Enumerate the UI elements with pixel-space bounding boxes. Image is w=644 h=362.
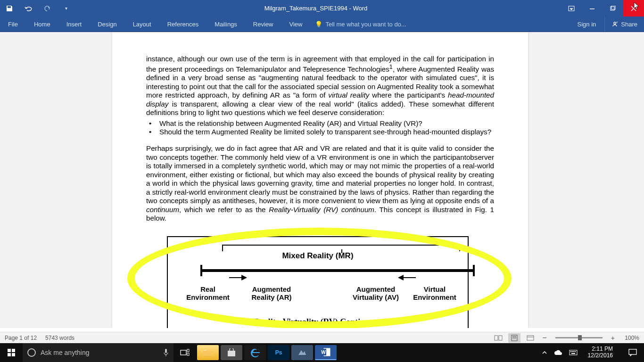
clock[interactable]: 2:11 PM 12/2/2016 — [584, 346, 617, 359]
share-icon — [611, 21, 618, 27]
store-app[interactable] — [221, 345, 242, 360]
bullet-item: • Should the term Augmented Reality be l… — [146, 128, 494, 137]
tab-view[interactable]: View — [281, 16, 310, 32]
label-augmented-reality: AugmentedReality (AR) — [243, 285, 300, 302]
ribbon-display-options[interactable] — [561, 0, 582, 16]
text-run-italic: Reality-Virtuality (RV) continuum — [269, 206, 374, 214]
tell-me-search[interactable]: 💡 Tell me what you want to do... — [310, 16, 406, 32]
text-run: , which we refer to as the — [179, 206, 269, 214]
tab-mailings[interactable]: Mailings — [206, 16, 245, 32]
save-button[interactable] — [5, 4, 14, 13]
read-mode-button[interactable] — [492, 333, 504, 343]
print-layout-button[interactable] — [508, 333, 520, 343]
figure-caption: Reality-Virtuality (RV) Continuum — [168, 317, 468, 327]
svg-rect-28 — [573, 351, 574, 352]
action-center-button[interactable] — [623, 343, 642, 362]
system-tray: 2:11 PM 12/2/2016 — [542, 343, 644, 362]
redo-button[interactable] — [42, 4, 52, 13]
cortana-icon — [27, 348, 36, 357]
titlebar: ▾ Milgram_Takemura_SPIE1994 - Word — [0, 0, 644, 16]
start-button[interactable] — [0, 343, 23, 362]
svg-rect-14 — [8, 353, 11, 356]
tab-file[interactable]: File — [0, 16, 26, 32]
document-page: instance, although our own use of the te… — [112, 32, 528, 328]
task-view-button[interactable] — [173, 343, 196, 362]
tab-layout[interactable]: Layout — [125, 16, 159, 32]
svg-rect-16 — [165, 349, 167, 353]
text-run: where the participant's — [369, 91, 448, 99]
svg-rect-13 — [12, 349, 15, 352]
arrow-left-icon — [399, 277, 416, 278]
onedrive-icon[interactable] — [554, 350, 562, 355]
svg-rect-12 — [8, 349, 11, 352]
keyboard-icon[interactable] — [569, 350, 578, 355]
figure-frame: Mixed Reality (MR) RealEnvironment Augme… — [167, 236, 469, 328]
cortana-search[interactable]: Ask me anything — [23, 343, 173, 362]
svg-rect-29 — [575, 351, 576, 352]
figure-title: Mixed Reality (MR) — [168, 251, 468, 261]
maximize-button[interactable] — [603, 0, 623, 16]
document-area[interactable]: instance, although our own use of the te… — [0, 32, 644, 328]
svg-rect-25 — [570, 350, 577, 355]
svg-rect-2 — [611, 7, 614, 10]
zoom-in-button[interactable]: + — [609, 334, 617, 342]
zoom-out-button[interactable]: − — [540, 334, 548, 342]
svg-rect-6 — [499, 336, 502, 340]
qat-customize[interactable]: ▾ — [61, 4, 71, 13]
svg-rect-10 — [527, 336, 534, 340]
share-label: Share — [621, 21, 637, 28]
close-button[interactable] — [623, 0, 644, 16]
paragraph-2: Perhaps surprisingly, we do in fact agre… — [146, 144, 494, 223]
paragraph-1: instance, although our own use of the te… — [146, 55, 494, 117]
edge-app[interactable] — [244, 345, 266, 360]
svg-rect-19 — [187, 353, 189, 355]
axis-tick-right — [473, 265, 475, 276]
label-virtual-environment: VirtualEnvironment — [409, 285, 461, 302]
word-app[interactable]: W — [315, 345, 337, 360]
tab-design[interactable]: Design — [90, 16, 124, 32]
share-button[interactable]: Share — [604, 16, 644, 32]
svg-rect-27 — [572, 351, 573, 352]
web-layout-button[interactable] — [524, 333, 537, 343]
svg-rect-15 — [12, 353, 15, 356]
svg-rect-17 — [181, 350, 186, 355]
svg-point-4 — [614, 22, 616, 24]
svg-rect-31 — [629, 349, 636, 354]
tab-review[interactable]: Review — [245, 16, 281, 32]
bullet-list: • What is the relationship between Augme… — [146, 119, 494, 137]
signin-button[interactable]: Sign in — [569, 16, 605, 32]
brace-icon — [222, 245, 460, 251]
page-indicator[interactable]: Page 1 of 12 — [5, 335, 37, 341]
minimize-button[interactable] — [582, 0, 603, 16]
figure-1: Mixed Reality (MR) RealEnvironment Augme… — [146, 231, 494, 328]
tray-chevron-icon[interactable] — [542, 350, 547, 355]
label-augmented-virtuality: AugmentedVirtuality (AV) — [345, 285, 406, 302]
date-label: 12/2/2016 — [588, 353, 613, 359]
svg-text:W: W — [321, 350, 326, 355]
text-run-italic: virtual reality — [328, 91, 369, 99]
svg-rect-3 — [611, 6, 615, 9]
window-controls — [561, 0, 644, 16]
svg-rect-26 — [570, 351, 571, 352]
microphone-icon[interactable] — [163, 348, 169, 357]
generic-app[interactable] — [291, 345, 313, 360]
window-title: Milgram_Takemura_SPIE1994 - Word — [71, 0, 561, 16]
undo-button[interactable] — [24, 4, 33, 13]
bullet-marker: • — [146, 128, 159, 136]
bullet-item: • What is the relationship between Augme… — [146, 119, 494, 128]
svg-rect-20 — [228, 351, 235, 356]
cortana-placeholder: Ask me anything — [41, 349, 90, 356]
zoom-slider[interactable] — [555, 337, 603, 338]
arrow-right-icon — [229, 277, 246, 278]
file-explorer-app[interactable] — [197, 345, 219, 360]
photoshop-app[interactable]: Ps — [268, 345, 289, 360]
word-count[interactable]: 5743 words — [45, 335, 74, 341]
tab-home[interactable]: Home — [26, 16, 58, 32]
tab-references[interactable]: References — [159, 16, 206, 32]
zoom-level[interactable]: 100% — [620, 335, 639, 341]
text-run: Perhaps surprisingly, we do in fact agre… — [146, 144, 494, 205]
tab-insert[interactable]: Insert — [58, 16, 90, 32]
footnote-ref: 1 — [389, 64, 393, 70]
status-bar: Page 1 of 12 5743 words − + 100% — [0, 332, 644, 343]
svg-rect-5 — [495, 336, 498, 340]
